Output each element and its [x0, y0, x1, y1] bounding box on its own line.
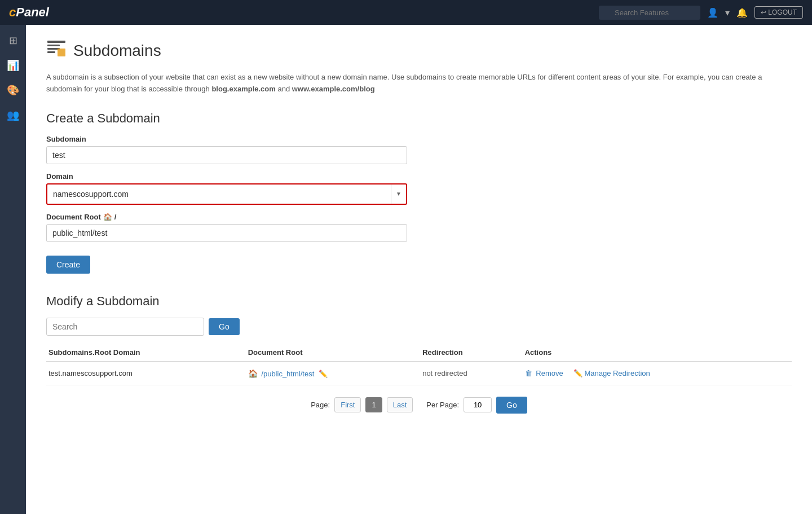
create-button[interactable]: Create	[46, 256, 90, 274]
per-page-input[interactable]	[464, 397, 492, 412]
modify-search-input[interactable]	[46, 318, 204, 336]
domain-field-group: Domain namescosupport.com ▼	[46, 172, 792, 205]
main-content: Subdomains A subdomain is a subsection o…	[26, 25, 812, 514]
grid-icon: ⊞	[9, 34, 17, 47]
last-page-button[interactable]: Last	[387, 397, 413, 412]
select-arrow-icon: ▼	[391, 184, 406, 204]
domain-select[interactable]: namescosupport.com	[47, 186, 391, 203]
docroot-input[interactable]	[46, 224, 407, 242]
table-row: test.namescosupport.com 🏠 /public_html/t…	[46, 362, 792, 385]
search-go-button[interactable]: Go	[209, 318, 240, 335]
edit-docroot-icon[interactable]: ✏️	[319, 370, 328, 378]
docroot-label: Document Root 🏠 /	[46, 213, 792, 221]
subdomains-icon	[46, 38, 67, 63]
col-header-subdomain: Subdomains.Root Domain	[46, 344, 246, 362]
page-1-button[interactable]: 1	[365, 397, 382, 412]
sidebar-item-users[interactable]: 👥	[3, 105, 23, 125]
modify-section: Modify a Subdomain Go Subdomains.Root Do…	[46, 294, 792, 414]
domain-select-wrap: namescosupport.com ▼	[46, 183, 407, 205]
page-label: Page:	[311, 401, 330, 409]
home-icon: 🏠	[103, 213, 112, 221]
user-icon[interactable]: 👤	[707, 7, 718, 18]
docroot-link[interactable]: /public_html/test	[261, 370, 314, 378]
domain-label: Domain	[46, 172, 792, 181]
stats-icon: 📊	[7, 59, 19, 72]
search-features-input[interactable]	[599, 6, 700, 20]
cell-redirection: not redirected	[420, 362, 523, 385]
col-header-redirection: Redirection	[420, 344, 523, 362]
bell-icon[interactable]: 🔔	[736, 7, 748, 18]
first-page-button[interactable]: First	[334, 397, 361, 412]
logout-button[interactable]: ↩ LOGOUT	[754, 6, 803, 19]
users-icon: 👥	[7, 109, 19, 121]
sidebar: ⊞ 📊 🎨 👥	[0, 25, 26, 514]
col-header-docroot: Document Root	[246, 344, 420, 362]
top-navigation: cPanel 👤 ▾ 🔔 ↩ LOGOUT	[0, 0, 812, 25]
pencil-icon: ✏️	[573, 369, 582, 377]
cell-actions: 🗑 Remove ✏️ Manage Redirection	[523, 362, 792, 385]
svg-rect-0	[47, 41, 65, 43]
subdomain-label: Subdomain	[46, 135, 792, 143]
page-description: A subdomain is a subsection of your webs…	[46, 72, 779, 95]
per-page-go-button[interactable]: Go	[496, 397, 527, 414]
subdomain-table: Subdomains.Root Domain Document Root Red…	[46, 344, 792, 385]
cell-docroot: 🏠 /public_html/test ✏️	[246, 362, 420, 385]
col-header-actions: Actions	[523, 344, 792, 362]
trash-icon: 🗑	[525, 369, 532, 377]
chevron-down-icon[interactable]: ▾	[725, 7, 730, 18]
subdomain-field-group: Subdomain	[46, 135, 792, 164]
docroot-field-group: Document Root 🏠 /	[46, 213, 792, 242]
modify-section-title: Modify a Subdomain	[46, 294, 792, 309]
per-page-label: Per Page:	[426, 401, 459, 409]
home-icon: 🏠	[248, 369, 258, 378]
page-title: Subdomains	[73, 42, 161, 60]
modify-search-row: Go	[46, 318, 792, 336]
pagination-row: Page: First 1 Last Per Page: Go	[46, 397, 792, 414]
theme-icon: 🎨	[7, 84, 19, 96]
cell-subdomain: test.namescosupport.com	[46, 362, 246, 385]
sidebar-item-stats[interactable]: 📊	[3, 55, 23, 76]
svg-rect-1	[47, 45, 60, 46]
page-header: Subdomains	[46, 38, 792, 63]
svg-rect-3	[47, 51, 55, 53]
sidebar-item-grid[interactable]: ⊞	[3, 30, 23, 51]
svg-rect-4	[58, 49, 65, 56]
subdomain-input[interactable]	[46, 146, 407, 164]
cpanel-logo: cPanel	[9, 5, 49, 20]
create-section-title: Create a Subdomain	[46, 111, 792, 126]
sidebar-item-theme[interactable]: 🎨	[3, 80, 23, 100]
remove-link[interactable]: Remove	[536, 369, 563, 377]
search-features-wrap	[599, 6, 700, 20]
manage-redirection-link[interactable]: Manage Redirection	[584, 369, 650, 377]
